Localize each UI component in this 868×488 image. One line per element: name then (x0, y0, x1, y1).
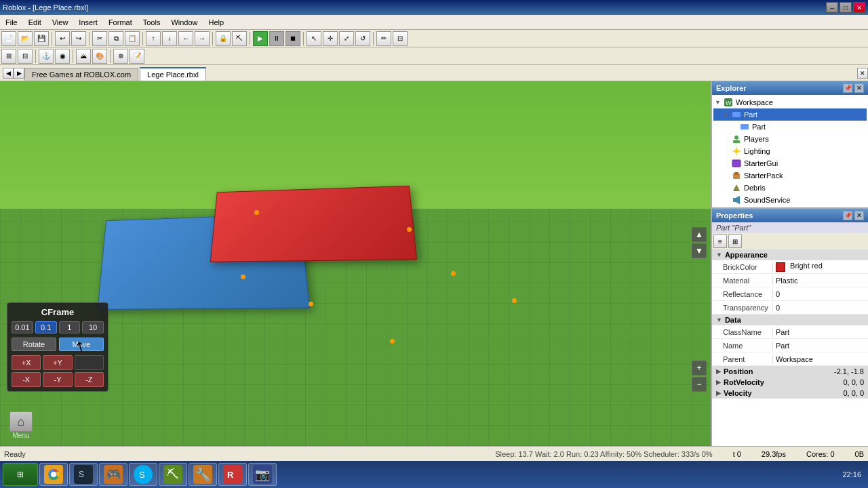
scroll-up-button[interactable]: ▲ (692, 227, 707, 242)
position-section[interactable]: ▶ Position -2.1, -1.8 (712, 366, 868, 377)
ungroup-button[interactable]: ⊟ (18, 49, 33, 64)
redo-button[interactable]: ↪ (71, 31, 86, 46)
taskbar-steam[interactable]: S (69, 463, 98, 486)
anchor-button[interactable]: ⚓ (39, 49, 54, 64)
start-button[interactable]: ⊞ (3, 463, 38, 486)
props-sort-cat[interactable]: ⊞ (728, 235, 742, 248)
parent-value[interactable]: Workspace (773, 354, 868, 364)
appearance-section[interactable]: ▼ Appearance (712, 249, 868, 260)
taskbar-tools[interactable]: 🔧 (189, 463, 217, 486)
tree-players[interactable]: Players (713, 133, 867, 145)
left-button[interactable]: ← (178, 31, 193, 46)
tab-next-button[interactable]: ▶ (14, 68, 24, 79)
up-button[interactable]: ↑ (146, 31, 161, 46)
brick-color-row: BrickColor Bright red (712, 260, 868, 274)
data-section[interactable]: ▼ Data (712, 314, 868, 325)
dir-minus-z[interactable]: -Z (75, 372, 104, 387)
tab-prev-button[interactable]: ◀ (3, 68, 14, 79)
cframe-num-1[interactable]: 1 (59, 321, 81, 333)
tree-lighting[interactable]: Lighting (713, 145, 867, 157)
tree-part-inner[interactable]: Part (713, 121, 867, 133)
classname-value[interactable]: Part (773, 327, 868, 337)
draw-button[interactable]: ✏ (376, 31, 391, 46)
cframe-num-10[interactable]: 10 (82, 321, 104, 333)
tree-workspace[interactable]: ▼ W Workspace (713, 96, 867, 108)
zoom-in-button[interactable]: + (692, 361, 707, 375)
tab-close-button[interactable]: ✕ (857, 68, 868, 79)
terrain-button[interactable]: ⛰ (76, 49, 91, 64)
taskbar-minecraft[interactable]: ⛏ (159, 463, 187, 486)
tool1-button[interactable]: ⛏ (232, 31, 247, 46)
dir-minus-y[interactable]: -Y (43, 372, 72, 387)
velocity-section[interactable]: ▶ Velocity 0, 0, 0 (712, 388, 868, 399)
dir-plus-x[interactable]: +X (12, 355, 41, 370)
copy-button[interactable]: ⧉ (108, 31, 123, 46)
properties-close-button[interactable]: ✕ (854, 211, 864, 220)
minimize-button[interactable]: – (826, 2, 838, 13)
material-value[interactable]: Plastic (773, 276, 868, 285)
rotvelocity-section[interactable]: ▶ RotVelocity 0, 0, 0 (712, 377, 868, 388)
menu-edit[interactable]: Edit (23, 15, 47, 29)
menu-window[interactable]: Window (165, 15, 203, 29)
properties-pin-button[interactable]: 📌 (843, 211, 852, 220)
stop-button[interactable]: ⏹ (285, 31, 300, 46)
props-sort-alpha[interactable]: ≡ (713, 235, 727, 248)
tab-free-games[interactable]: Free Games at ROBLOX.com (24, 68, 138, 81)
menu-format[interactable]: Format (103, 15, 138, 29)
cframe-num-001[interactable]: 0.01 (12, 321, 33, 333)
tree-startergui[interactable]: StarterGui (713, 157, 867, 169)
down-button[interactable]: ↓ (162, 31, 177, 46)
cframe-num-01[interactable]: 0.1 (35, 321, 57, 333)
viewport[interactable]: CFrame 0.01 0.1 1 10 Rotate Move +X +Y -… (0, 81, 711, 446)
taskbar-app1[interactable]: 🎮 (99, 463, 127, 486)
menu-view[interactable]: View (47, 15, 74, 29)
select-button[interactable]: ↖ (307, 31, 321, 46)
tree-soundservice[interactable]: SoundService (713, 194, 867, 206)
new-button[interactable]: 📄 (1, 31, 16, 46)
tab-lege-place[interactable]: Lege Place.rbxl (140, 67, 206, 81)
rotate-tb-button[interactable]: ↺ (355, 31, 370, 46)
close-button[interactable]: ✕ (853, 2, 865, 13)
right-button[interactable]: → (195, 31, 210, 46)
menu-help[interactable]: Help (203, 15, 230, 29)
save-button[interactable]: 💾 (34, 31, 49, 46)
cut-button[interactable]: ✂ (92, 31, 107, 46)
paint-button[interactable]: 🎨 (92, 49, 107, 64)
taskbar-roblox[interactable]: R (218, 463, 247, 486)
pause-button[interactable]: ⏸ (269, 31, 284, 46)
transparency-value[interactable]: 0 (773, 303, 868, 312)
scroll-down-button[interactable]: ▼ (692, 243, 707, 258)
dir-minus-x[interactable]: -X (12, 372, 41, 387)
menu-tools[interactable]: Tools (138, 15, 166, 29)
explorer-close-button[interactable]: ✕ (854, 83, 864, 93)
home-button[interactable]: ⌂ Menu (9, 411, 33, 439)
rotate-button[interactable]: Rotate (12, 338, 56, 351)
taskbar-skype[interactable]: S (129, 463, 157, 486)
play-button[interactable]: ▶ (253, 31, 268, 46)
undo-button[interactable]: ↩ (55, 31, 70, 46)
explorer-pin-button[interactable]: 📌 (843, 83, 852, 93)
taskbar-chrome[interactable] (39, 463, 68, 486)
snap-button[interactable]: ⊡ (393, 31, 408, 46)
menu-file[interactable]: File (0, 15, 23, 29)
zoom-out-button[interactable]: − (692, 377, 707, 392)
group-button[interactable]: ⊞ (1, 49, 16, 64)
tree-part-selected[interactable]: ▼ Part (713, 108, 867, 121)
taskbar-media[interactable]: 📷 (248, 463, 277, 486)
paste-button[interactable]: 📋 (125, 31, 140, 46)
brick-color-value[interactable]: Bright red (773, 261, 868, 272)
resize-button[interactable]: ⤢ (339, 31, 354, 46)
move-button[interactable]: ✛ (323, 31, 338, 46)
open-button[interactable]: 📂 (18, 31, 33, 46)
reflectance-value[interactable]: 0 (773, 289, 868, 299)
lock-button[interactable]: 🔒 (216, 31, 231, 46)
tree-starterpack[interactable]: StarterPack (713, 169, 867, 182)
joint-button[interactable]: ⊕ (113, 49, 128, 64)
collision-button[interactable]: ◉ (55, 49, 70, 64)
tree-debris[interactable]: Debris (713, 182, 867, 194)
name-value[interactable]: Part (773, 341, 868, 350)
script-button[interactable]: 📝 (130, 49, 144, 64)
menu-insert[interactable]: Insert (73, 15, 103, 29)
dir-plus-y[interactable]: +Y (43, 355, 72, 370)
maximize-button[interactable]: □ (840, 2, 852, 13)
